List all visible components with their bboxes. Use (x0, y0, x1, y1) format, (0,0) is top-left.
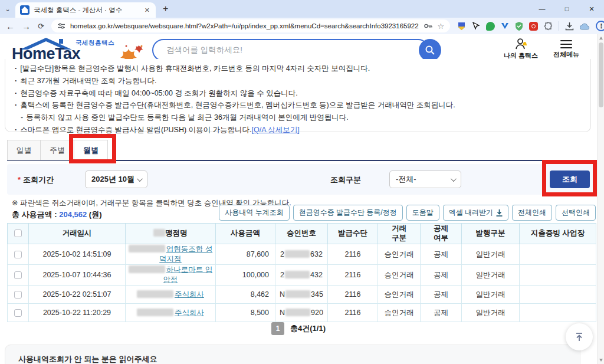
v-extension-icon[interactable] (501, 22, 509, 30)
cursor-extension-icon[interactable] (472, 22, 480, 30)
cell-method: 2116 (328, 265, 378, 286)
page-scrollbar[interactable] (597, 34, 604, 364)
cell-trade-type[interactable]: 승인거래 (378, 304, 421, 322)
row-checkbox[interactable] (14, 251, 22, 258)
video-extension-icon[interactable] (529, 22, 538, 31)
cumulative-usage-button[interactable]: 사용내역 누계조회 (219, 205, 289, 221)
window-minimize-icon[interactable]: — (530, 0, 554, 18)
page-number-button[interactable]: 1 (271, 322, 284, 335)
cell-biz (520, 286, 596, 304)
type-select[interactable]: -전체- (389, 170, 461, 188)
cell-trade-type[interactable]: 승인거래 (378, 286, 421, 304)
merchant-link[interactable]: 업협동조합 성덕지점 (159, 245, 212, 263)
print-selected-button[interactable]: 선택인쇄 (556, 205, 596, 221)
bookmark-star-icon[interactable]: ☆ (438, 22, 445, 31)
notice-sub-item: 등록하지 않고 사용 중인 발급수단도 등록한 다음 날 최근 36개월 거래내… (15, 112, 581, 124)
merchant-link[interactable]: 하나로마트 입암점 (163, 265, 213, 284)
filter-bar: *조회기간 2025년 10월 조회구분 -전체- 조회 (7, 164, 596, 195)
site-info-icon[interactable] (57, 22, 65, 30)
forward-icon[interactable]: → (22, 22, 31, 31)
extensions-puzzle-icon[interactable] (544, 22, 553, 31)
cell-merchant: 주식회사 (126, 304, 216, 322)
cell-datetime: 2025-10-22 02:51:07 (29, 286, 126, 304)
search-input[interactable]: 검색어를 입력하세요! (152, 39, 429, 61)
window-close-icon[interactable]: ✕ (579, 0, 604, 18)
row-checkbox[interactable] (14, 271, 22, 279)
print-all-button[interactable]: 전체인쇄 (512, 205, 552, 221)
cell-amount: 8,462 (216, 286, 275, 304)
transaction-table: 거래일시 맹점명 사용금액 승인번호 발급수단 거래 구분 공제 여부 발행구분… (7, 223, 596, 322)
browser-menu-icon[interactable]: ⋮ (596, 21, 604, 31)
cell-datetime: 2025-10-07 10:44:36 (29, 265, 126, 286)
evernote-extension-icon[interactable] (486, 22, 495, 31)
tab-search-icon[interactable]: ⌄ (0, 5, 15, 13)
row-checkbox[interactable] (14, 309, 22, 317)
action-button-row: 사용내역 누계조회 현금영수증 발급수단 등록/정정 도움말 엑셀 내려받기 전… (219, 205, 596, 221)
tab-daily[interactable]: 일별 (7, 140, 41, 160)
redaction-blur (129, 245, 165, 252)
row-checkbox[interactable] (14, 291, 22, 299)
cell-method: 2116 (328, 304, 378, 322)
full-menu-button[interactable]: 전체메뉴 (553, 38, 579, 60)
scroll-to-top-button[interactable] (566, 323, 593, 350)
footer-help-box[interactable]: 사용내역조회가 안 되는 분은 읽어주세요 (5, 345, 580, 364)
password-key-icon[interactable] (424, 22, 433, 29)
new-tab-button[interactable]: + (163, 4, 168, 14)
notice-item: 현금영수증 자료구축에 따라 매일 04:00~05:00 경 조회가 원활하지… (15, 87, 581, 100)
cloud-sync-icon[interactable] (580, 22, 590, 30)
tab-monthly[interactable]: 월별 (74, 140, 108, 160)
download-icon[interactable] (565, 22, 574, 31)
notice-item: 최근 37개월 거래내역만 조회 가능합니다. (15, 75, 581, 87)
scrollbar-up-icon[interactable] (599, 37, 603, 40)
redaction-blur (285, 309, 310, 316)
inquiry-button[interactable]: 조회 (550, 170, 590, 188)
url-text[interactable]: hometax.go.kr/websquare/websquare.html?w… (70, 22, 419, 29)
scrollbar-down-icon[interactable] (599, 359, 603, 362)
period-value: 2025년 10월 (91, 174, 134, 185)
my-hometax-button[interactable]: 나의 홈택스 (504, 38, 538, 60)
redaction-blur (285, 271, 310, 278)
notice-box: [발급수단]항목은 현금영수증 발행시 사용한 휴대전화번호, 카드번호 등의 … (5, 59, 591, 132)
col-merchant: 맹점명 (126, 224, 216, 244)
period-select[interactable]: 2025년 10월 (85, 170, 147, 188)
browser-tab[interactable]: 국세청 홈택스 - 계산서 · 영수 ✕ (15, 2, 156, 18)
cell-biz (520, 304, 596, 322)
cell-biz (520, 244, 596, 265)
select-all-checkbox[interactable] (14, 229, 22, 237)
scrollbar-thumb[interactable] (599, 42, 603, 107)
footer-help-text[interactable]: 사용내역조회가 안 되는 분은 읽어주세요 (18, 355, 157, 363)
merchant-link[interactable]: 주식회사 (175, 290, 204, 299)
table-row: 2025-10-22 02:51:07 주식회사 8,462 N345 2116… (8, 286, 596, 304)
reload-icon[interactable]: ⟳ (38, 22, 44, 30)
cell-approval: 2632 (275, 244, 328, 265)
excel-download-button[interactable]: 엑셀 내려받기 (443, 205, 508, 221)
cell-biz (520, 265, 596, 286)
tab-title: 국세청 홈택스 - 계산서 · 영수 (34, 6, 139, 15)
security-shield-icon[interactable] (515, 22, 523, 31)
user-bell-icon (514, 38, 527, 50)
help-button[interactable]: 도움말 (406, 205, 439, 221)
url-bar[interactable]: hometax.go.kr/websquare/websquare.html?w… (51, 19, 450, 32)
adblock-shield-icon[interactable] (457, 22, 466, 31)
tab-weekly[interactable]: 주별 (41, 140, 74, 160)
notice-item: 스마트폰 앱으로 현금영수증 발급사실 알림(PUSH) 이용이 가능합니다.[… (15, 124, 581, 136)
pagination: 1 총4건(1/1) (0, 322, 597, 335)
chevron-down-icon (451, 176, 457, 182)
cell-method: 2116 (328, 286, 378, 304)
register-payment-method-button[interactable]: 현금영수증 발급수단 등록/정정 (293, 205, 403, 221)
tab-close-icon[interactable]: ✕ (143, 6, 151, 14)
col-biz: 지출증빙 사업장 (520, 224, 596, 244)
search-button[interactable] (419, 39, 441, 61)
scroll-top-icon (574, 332, 585, 342)
window-maximize-icon[interactable]: □ (554, 0, 579, 18)
cell-amount: 8,500 (216, 304, 275, 322)
merchant-link[interactable]: 주식회사 (175, 309, 204, 317)
hamburger-icon (560, 40, 572, 48)
redaction-blur (137, 309, 173, 316)
cell-trade-type[interactable]: 승인거래 (378, 244, 421, 265)
qa-detail-link[interactable]: [Q/A 상세보기] (252, 126, 300, 134)
cell-deduction: 공제 (421, 304, 462, 322)
cell-issue-type: 일반거래 (462, 286, 520, 304)
back-icon[interactable]: ← (6, 22, 15, 31)
cell-trade-type[interactable]: 승인거래 (378, 265, 421, 286)
